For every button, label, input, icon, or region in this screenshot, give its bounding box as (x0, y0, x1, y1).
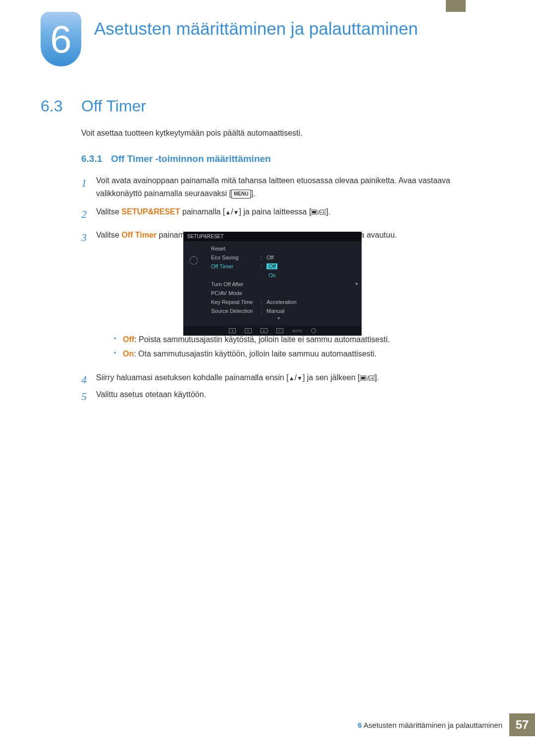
osd-row-on-option: On (206, 271, 351, 280)
step-5: 5 Valittu asetus otetaan käyttöön. (81, 390, 495, 403)
osd-menu-list: Reset Eco Saving:Off Off Timer:Off On Tu… (204, 241, 353, 326)
step-4: 4 Siirry haluamasi asetuksen kohdalle pa… (81, 373, 495, 386)
step-number: 1 (81, 174, 96, 200)
keyword: Off (123, 335, 134, 344)
bullet-off: Off: Poista sammutusajastin käytöstä, jo… (114, 333, 495, 347)
step-body: Valitse SETUP&RESET painamalla [/] ja pa… (96, 205, 495, 223)
step-2: 2 Valitse SETUP&RESET painamalla [/] ja … (81, 205, 495, 223)
svg-rect-9 (361, 377, 365, 379)
svg-rect-1 (312, 211, 316, 213)
osd-row-turn-off-after: Turn Off After (206, 280, 351, 289)
auto-label: AUTO (292, 329, 302, 333)
footer-text: 6 Asetusten määrittäminen ja palauttamin… (358, 721, 502, 729)
gear-icon (189, 256, 198, 265)
page-number: 57 (509, 713, 535, 736)
bullet-on: On: Ota sammutusajastin käyttöön, jolloi… (114, 347, 495, 361)
chapter-title: Asetusten määrittäminen ja palauttaminen (94, 19, 418, 39)
section-number: 6.3 (41, 97, 62, 115)
nav-right-icon: ▸ (353, 241, 362, 326)
chapter-badge: 6 (41, 12, 81, 66)
osd-screenshot: SETUP&RESET Reset Eco Saving:Off Off Tim… (183, 232, 362, 336)
step-body: Valittu asetus otetaan käyttöön. (96, 390, 495, 403)
more-down-icon: ▾ (206, 315, 351, 323)
keyword: On (123, 350, 134, 358)
osd-row-source-detection: Source Detection:Manual (206, 306, 351, 315)
subsection-title: Off Timer -toiminnon määrittäminen (111, 153, 271, 164)
osd-row-pcav: PC/AV Mode (206, 289, 351, 298)
chapter-number: 6 (50, 20, 71, 58)
svg-text:/: / (367, 375, 369, 381)
subsection-number: 6.3.1 (81, 153, 102, 164)
osd-row-reset: Reset (206, 244, 351, 253)
section-title: Off Timer (81, 97, 146, 115)
menu-icon: MENU (231, 190, 251, 199)
osd-row-off-timer: Off Timer:Off (206, 262, 351, 271)
osd-row-key-repeat: Key Repeat Time:Acceleration (206, 298, 351, 306)
step-1: 1 Voit avata avainoppaan painamalla mitä… (81, 174, 495, 200)
keyword: SETUP&RESET (121, 207, 180, 216)
source-enter-icon: / (360, 373, 375, 382)
osd-title: SETUP&RESET (183, 232, 362, 241)
page-footer: 6 Asetusten määrittäminen ja palauttamin… (358, 713, 535, 736)
step-body: Siirry haluamasi asetuksen kohdalle pain… (96, 373, 495, 386)
intro-text: Voit asettaa tuotteen kytkeytymään pois … (81, 129, 302, 138)
option-bullets: Off: Poista sammutusajastin käytöstä, jo… (114, 333, 495, 361)
down-icon (297, 373, 303, 382)
step-body: Voit avata avainoppaan painamalla mitä t… (96, 174, 495, 200)
step-number: 2 (81, 205, 96, 223)
svg-text:/: / (318, 209, 320, 215)
osd-sidebar (183, 241, 204, 326)
up-icon (289, 373, 295, 382)
keyword: Off Timer (121, 231, 157, 239)
source-enter-icon: / (311, 207, 326, 216)
step-number: 3 (81, 229, 96, 246)
up-icon (225, 207, 231, 216)
step-number: 5 (81, 390, 96, 403)
down-icon (233, 207, 239, 216)
decorative-band (446, 0, 466, 12)
osd-row-eco: Eco Saving:Off (206, 253, 351, 262)
step-number: 4 (81, 373, 96, 386)
